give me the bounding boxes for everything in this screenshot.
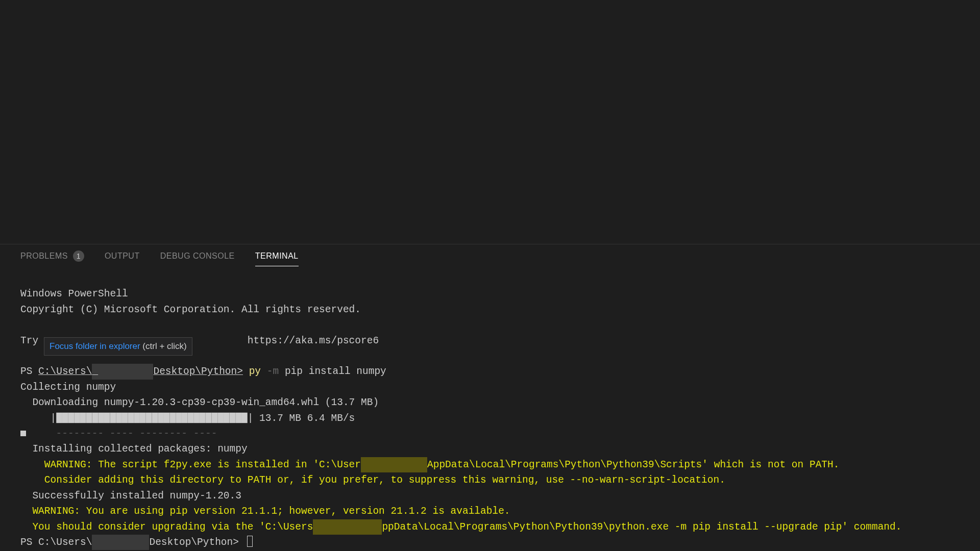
panel-area: PROBLEMS 1 OUTPUT DEBUG CONSOLE TERMINAL… bbox=[0, 244, 980, 551]
warn1-pre: WARNING: The script f2py.exe is installe… bbox=[44, 459, 361, 470]
prompt2-path-post: Desktop\Python> bbox=[149, 537, 239, 548]
terminal-line-copyright: Copyright (C) Microsoft Corporation. All… bbox=[20, 304, 361, 315]
prompt-path-post[interactable]: Desktop\Python> bbox=[153, 366, 243, 377]
progress-bar-fill: ████████████████████████████████ bbox=[56, 413, 247, 424]
redacted-warn3 bbox=[313, 519, 382, 535]
tooltip-hint: (ctrl + click) bbox=[140, 341, 187, 351]
terminal-line-collecting: Collecting numpy bbox=[20, 382, 116, 393]
problems-badge: 1 bbox=[73, 251, 84, 262]
tab-debug-console[interactable]: DEBUG CONSOLE bbox=[160, 252, 235, 266]
tab-terminal[interactable]: TERMINAL bbox=[255, 252, 299, 266]
tab-output-label: OUTPUT bbox=[105, 252, 140, 261]
tab-terminal-label: TERMINAL bbox=[255, 252, 299, 261]
panel-tabs: PROBLEMS 1 OUTPUT DEBUG CONSOLE TERMINAL bbox=[0, 244, 980, 267]
cmd-py: py bbox=[243, 366, 267, 377]
tooltip-link-text: Focus folder in explorer bbox=[50, 341, 140, 351]
prompt-path-pre[interactable]: C:\Users\ bbox=[38, 366, 92, 377]
warn2: WARNING: You are using pip version 21.1.… bbox=[20, 506, 510, 517]
redacted-user bbox=[92, 364, 153, 379]
terminal-line-installing: Installing collected packages: numpy bbox=[20, 443, 248, 455]
warn1-indent bbox=[20, 459, 44, 470]
warn3-post: ppData\Local\Programs\Python\Python39\py… bbox=[382, 521, 901, 533]
cmd-args: pip install numpy bbox=[279, 366, 386, 377]
prompt-ps: PS bbox=[20, 366, 38, 377]
terminal-line-success: Successfully installed numpy-1.20.3 bbox=[20, 490, 241, 502]
terminal-line-try: Try bbox=[20, 335, 44, 346]
cmd-flag: -m bbox=[267, 366, 279, 377]
terminal-output[interactable]: Windows PowerShell Copyright (C) Microso… bbox=[0, 267, 980, 551]
progress-line: |████████████████████████████████| 13.7 … bbox=[20, 413, 355, 424]
terminal-line-shell: Windows PowerShell bbox=[20, 288, 128, 299]
progress-pre: | bbox=[20, 413, 56, 424]
cursor-dot bbox=[20, 431, 26, 436]
redacted-user2 bbox=[92, 535, 149, 550]
tab-debug-label: DEBUG CONSOLE bbox=[160, 252, 235, 261]
prompt2-path-pre: C:\Users\ bbox=[38, 537, 92, 548]
warn1-post: AppData\Local\Programs\Python\Python39\S… bbox=[427, 459, 839, 470]
tab-output[interactable]: OUTPUT bbox=[105, 252, 140, 266]
terminal-link-pscore[interactable]: https://aka.ms/pscore6 bbox=[241, 335, 379, 346]
terminal-cursor[interactable] bbox=[247, 536, 253, 547]
tab-problems[interactable]: PROBLEMS 1 bbox=[20, 251, 84, 267]
editor-area bbox=[0, 0, 980, 244]
dashes: -------- ---- -------- ---- bbox=[26, 428, 217, 439]
link-tooltip: Focus folder in explorer (ctrl + click) bbox=[44, 337, 192, 356]
terminal-line-downloading: Downloading numpy-1.20.3-cp39-cp39-win_a… bbox=[20, 397, 379, 408]
warn1b: Consider adding this directory to PATH o… bbox=[20, 474, 725, 486]
warn3-pre: You should consider upgrading via the 'C… bbox=[20, 521, 313, 533]
redacted-warn1 bbox=[361, 457, 427, 472]
tab-problems-label: PROBLEMS bbox=[20, 252, 68, 261]
prompt2-ps: PS bbox=[20, 537, 38, 548]
progress-post: | 13.7 MB 6.4 MB/s bbox=[248, 413, 355, 424]
